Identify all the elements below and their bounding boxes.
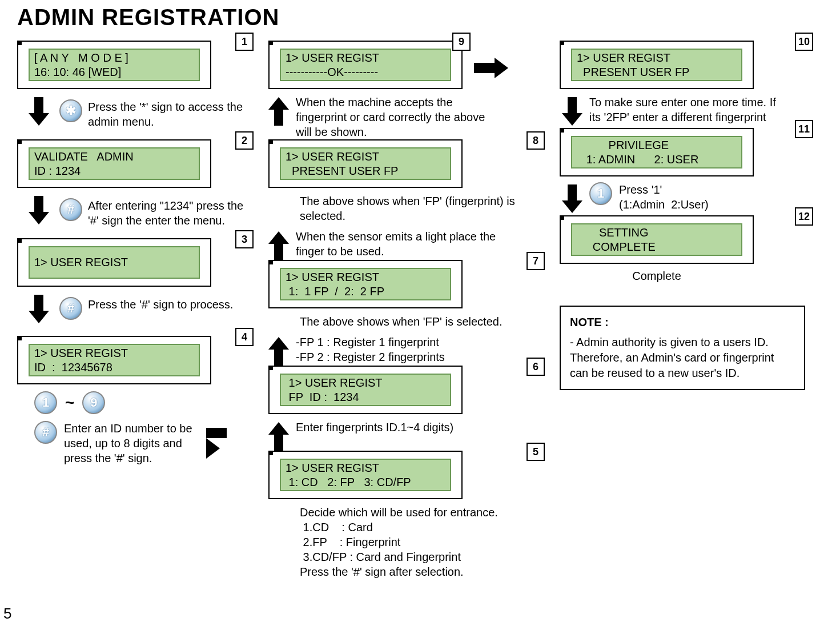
tilde: ~ bbox=[65, 394, 74, 412]
arrow-up-icon bbox=[274, 97, 289, 126]
page-number: 5 bbox=[3, 605, 11, 623]
caption: When the sensor emits a light place the … bbox=[296, 229, 501, 259]
digit-1-icon: 1 bbox=[34, 391, 57, 414]
digit-9-icon: 9 bbox=[82, 391, 105, 414]
lcd-line: 1: CD 2: FP 3: CD/FP bbox=[286, 475, 445, 489]
lcd-line: 1> USER REGIST bbox=[286, 150, 445, 164]
caption: After entering "1234" press the '#' sign… bbox=[88, 198, 246, 228]
note-title: NOTE : bbox=[570, 315, 795, 330]
caption: Decide which will be used for entrance. bbox=[300, 505, 537, 520]
caption: 3.CD/FP : Card and Fingerprint bbox=[300, 549, 537, 564]
caption: The above shows when 'FP' (fingerprint) … bbox=[300, 194, 528, 223]
step-badge: 12 bbox=[795, 207, 813, 226]
caption: Press the '#' sign after selection. bbox=[300, 564, 537, 579]
lcd-line: 1: ADMIN 2: USER bbox=[577, 153, 737, 167]
lcd-line: COMPLETE bbox=[577, 240, 737, 254]
arrow-right-icon bbox=[474, 58, 508, 78]
lcd-line: 1> USER REGIST bbox=[286, 461, 445, 475]
page-title: ADMIN REGISTRATION bbox=[17, 5, 823, 30]
step-12: SETTING COMPLETE 12 bbox=[560, 215, 805, 264]
step-badge: 3 bbox=[235, 230, 254, 248]
caption: To make sure enter one more time. If its… bbox=[589, 95, 783, 125]
hash-key-icon: # bbox=[59, 198, 82, 221]
step-2: VALIDATE ADMIN ID : 1234 2 bbox=[17, 139, 246, 188]
lcd-line: 1> USER REGIST bbox=[286, 376, 445, 390]
arrow-right-icon bbox=[206, 428, 238, 459]
caption: Enter an ID number to be used, up to 8 d… bbox=[64, 421, 198, 466]
step-7: 1> USER REGIST 1: 1 FP / 2: 2 FP 7 bbox=[268, 260, 537, 308]
caption: Press the '*' sign to access the admin m… bbox=[88, 99, 246, 129]
lcd-line: 1> USER REGIST bbox=[34, 346, 194, 360]
caption: -FP 1 : Register 1 fingerprint bbox=[296, 335, 445, 350]
note-body: - Admin authority is given to a users ID… bbox=[570, 335, 795, 381]
column-3: 1> USER REGIST PRESENT USER FP 10 To mak… bbox=[560, 41, 805, 585]
caption: Complete bbox=[560, 270, 754, 283]
caption: 1.CD : Card bbox=[300, 520, 537, 535]
arrow-up-icon bbox=[274, 337, 289, 366]
step-8: 1> USER REGIST PRESENT USER FP 8 bbox=[268, 139, 537, 188]
step-badge: 1 bbox=[235, 33, 254, 51]
lcd-line: ID : 1234 bbox=[34, 164, 194, 178]
hash-key-icon: # bbox=[59, 297, 82, 320]
step-badge: 10 bbox=[795, 33, 813, 51]
caption: Press '1' (1:Admin 2:User) bbox=[619, 182, 709, 212]
arrow-down-icon bbox=[34, 97, 49, 126]
step-11: PRIVILEGE 1: ADMIN 2: USER 11 bbox=[560, 128, 805, 176]
lcd-line: FP ID : 1234 bbox=[286, 390, 445, 404]
arrow-down-icon bbox=[34, 196, 49, 224]
lcd-line: 1> USER REGIST bbox=[286, 51, 445, 65]
lcd-line: [ A N Y M O D E ] bbox=[34, 51, 194, 65]
arrow-down-icon bbox=[34, 295, 49, 323]
arrow-up-icon bbox=[274, 422, 289, 451]
caption: When the machine accepts the fingerprint… bbox=[296, 95, 501, 139]
step-badge: 8 bbox=[526, 131, 545, 150]
step-6: 1> USER REGIST FP ID : 1234 6 bbox=[268, 366, 537, 414]
arrow-up-icon bbox=[274, 231, 289, 260]
step-badge: 2 bbox=[235, 131, 254, 150]
lcd-line: PRESENT USER FP bbox=[286, 164, 445, 178]
lcd-line: 1: 1 FP / 2: 2 FP bbox=[286, 284, 445, 299]
step-9: 1> USER REGIST -----------OK--------- 9 bbox=[268, 41, 463, 89]
step-badge: 5 bbox=[526, 443, 545, 461]
step-3: 1> USER REGIST 3 bbox=[17, 238, 246, 287]
digits-range: 1 ~ 9 bbox=[34, 391, 246, 414]
note-box: NOTE : - Admin authority is given to a u… bbox=[560, 306, 805, 390]
arrow-down-icon bbox=[568, 184, 582, 213]
caption: The above shows when 'FP' is selected. bbox=[300, 314, 528, 329]
lcd-line: 16: 10: 46 [WED] bbox=[34, 65, 194, 79]
step-10: 1> USER REGIST PRESENT USER FP 10 bbox=[560, 41, 805, 89]
step-1: [ A N Y M O D E ] 16: 10: 46 [WED] 1 bbox=[17, 41, 246, 89]
lcd-line: 1> USER REGIST bbox=[286, 270, 445, 284]
caption: Press the '#' sign to process. bbox=[88, 297, 233, 312]
caption: Enter fingerprints ID.1~4 digits) bbox=[296, 420, 453, 435]
step-badge: 9 bbox=[452, 33, 471, 51]
step-badge: 4 bbox=[235, 328, 254, 346]
column-2: 1> USER REGIST -----------OK--------- 9 … bbox=[268, 41, 537, 585]
lcd-line: -----------OK--------- bbox=[286, 65, 445, 79]
caption: -FP 2 : Register 2 fingerprints bbox=[296, 350, 445, 364]
lcd-line: 1> USER REGIST bbox=[577, 51, 737, 65]
hash-key-icon: # bbox=[34, 421, 57, 444]
lcd-line: ID : 12345678 bbox=[34, 360, 194, 375]
lcd-line: 1> USER REGIST bbox=[34, 255, 194, 270]
arrow-down-icon bbox=[568, 97, 582, 126]
star-key-icon: ✱ bbox=[59, 99, 82, 122]
column-1: [ A N Y M O D E ] 16: 10: 46 [WED] 1 ✱ P… bbox=[17, 41, 246, 585]
step-4: 1> USER REGIST ID : 12345678 4 bbox=[17, 336, 246, 384]
step-5: 1> USER REGIST 1: CD 2: FP 3: CD/FP 5 bbox=[268, 451, 537, 499]
lcd-line: VALIDATE ADMIN bbox=[34, 150, 194, 164]
lcd-line: PRESENT USER FP bbox=[577, 65, 737, 79]
step-badge: 6 bbox=[526, 358, 545, 376]
step-badge: 7 bbox=[526, 252, 545, 270]
lcd-line: SETTING bbox=[577, 226, 737, 240]
step-badge: 11 bbox=[795, 120, 813, 138]
caption: 2.FP : Fingerprint bbox=[300, 535, 537, 549]
digit-1-icon: 1 bbox=[589, 182, 612, 205]
lcd-line: PRIVILEGE bbox=[577, 138, 737, 153]
